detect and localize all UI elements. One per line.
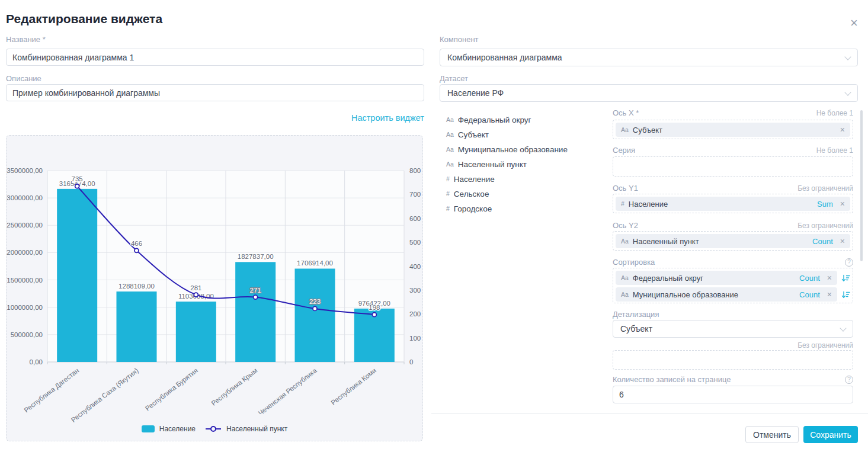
- field-item[interactable]: Aa Субъект: [446, 129, 489, 140]
- svg-text:Чеченская Республика: Чеченская Республика: [257, 367, 319, 417]
- svg-text:3500000,00: 3500000,00: [7, 167, 43, 174]
- component-select[interactable]: Комбинированная диаграмма: [440, 49, 858, 66]
- x-axis-limit: Не более 1: [816, 109, 853, 117]
- description-input[interactable]: [6, 84, 424, 101]
- component-label: Компонент: [440, 35, 479, 44]
- svg-text:3000000,00: 3000000,00: [7, 194, 43, 201]
- description-label: Описание: [6, 74, 41, 83]
- line-legend-symbol[interactable]: [205, 425, 222, 432]
- bar-legend-swatch[interactable]: [142, 425, 155, 432]
- sorting-chip[interactable]: Aa Федеральный округ Count ×: [616, 271, 837, 285]
- chip-label: Субъект: [633, 126, 662, 134]
- svg-text:281: 281: [190, 284, 201, 291]
- svg-text:2500000,00: 2500000,00: [7, 222, 43, 229]
- extra-limit: Без ограничений: [613, 341, 853, 350]
- series-dropzone[interactable]: [613, 156, 853, 177]
- field-type-icon: Aa: [446, 161, 454, 168]
- svg-text:271: 271: [250, 287, 261, 294]
- svg-text:Республика Дагестан: Республика Дагестан: [23, 367, 80, 413]
- svg-text:Республика Саха (Якутия): Республика Саха (Якутия): [70, 367, 140, 424]
- x-axis-chip[interactable]: Aa Субъект ×: [616, 123, 850, 137]
- detail-select[interactable]: Субъект: [613, 320, 853, 338]
- cancel-button[interactable]: Отменить: [745, 426, 799, 443]
- component-value: Комбинированная диаграмма: [447, 53, 562, 62]
- field-item[interactable]: # Городское: [446, 203, 492, 214]
- svg-text:1000000,00: 1000000,00: [7, 304, 43, 311]
- field-type-icon: Aa: [621, 274, 629, 281]
- save-button[interactable]: Сохранить: [803, 426, 858, 443]
- chevron-down-icon: [840, 325, 846, 331]
- line-legend-label[interactable]: Населенный пункт: [226, 425, 287, 433]
- svg-text:200: 200: [409, 310, 421, 318]
- remove-icon[interactable]: ×: [840, 237, 845, 245]
- field-item[interactable]: # Сельское: [446, 188, 489, 200]
- field-item[interactable]: Aa Федеральный округ: [446, 114, 531, 126]
- svg-text:600: 600: [409, 215, 421, 222]
- field-item[interactable]: # Население: [446, 173, 495, 185]
- x-axis-dropzone[interactable]: Aa Субъект ×: [613, 120, 853, 139]
- footer-divider: [431, 413, 868, 413]
- dataset-label: Датасет: [440, 74, 468, 83]
- extra-dropzone[interactable]: [613, 350, 853, 370]
- svg-text:1500000,00: 1500000,00: [7, 277, 43, 284]
- close-icon[interactable]: ×: [850, 17, 858, 30]
- field-type-icon: #: [621, 200, 624, 207]
- chevron-down-icon: [844, 53, 851, 60]
- y1-chip[interactable]: # Население Sum ×: [616, 197, 850, 211]
- remove-icon[interactable]: ×: [840, 200, 845, 208]
- sorting-chip[interactable]: Aa Муниципальное образование Count ×: [616, 287, 837, 302]
- field-label: Муниципальное образование: [458, 145, 568, 154]
- svg-text:400: 400: [409, 263, 421, 270]
- field-type-icon: Aa: [621, 126, 629, 133]
- page-size-label: Количество записей на странице: [613, 375, 731, 384]
- series-label: Серия: [613, 146, 635, 155]
- remove-icon[interactable]: ×: [840, 126, 845, 134]
- svg-text:223: 223: [309, 298, 321, 305]
- svg-text:2000000,00: 2000000,00: [7, 249, 43, 256]
- field-type-icon: Aa: [621, 238, 629, 245]
- page-size-input[interactable]: [613, 386, 853, 403]
- y1-axis-limit: Без ограничений: [797, 184, 853, 193]
- sorting-dropzone[interactable]: Aa Федеральный округ Count × Aa Муниципа…: [613, 268, 853, 303]
- chip-label: Федеральный округ: [633, 274, 703, 283]
- svg-text:735: 735: [72, 175, 83, 182]
- svg-text:500000,00: 500000,00: [11, 331, 43, 338]
- aggregation-selector[interactable]: Sum: [817, 200, 833, 209]
- aggregation-selector[interactable]: Count: [799, 274, 820, 283]
- y2-dropzone[interactable]: Aa Населенный пункт Count ×: [613, 231, 853, 251]
- chip-label: Населенный пункт: [633, 237, 699, 246]
- sort-direction-icon[interactable]: [841, 274, 850, 283]
- svg-text:1706914,00: 1706914,00: [297, 259, 333, 267]
- dataset-select[interactable]: Население РФ: [440, 84, 858, 102]
- chart-legend: Население Населенный пункт: [7, 425, 422, 433]
- field-item[interactable]: Aa Населенный пункт: [446, 158, 527, 170]
- sort-direction-icon[interactable]: [841, 290, 850, 299]
- help-icon[interactable]: ?: [845, 258, 853, 267]
- configure-widget-link[interactable]: Настроить виджет: [351, 113, 424, 123]
- y1-dropzone[interactable]: # Население Sum ×: [613, 194, 853, 213]
- bar-legend-label[interactable]: Население: [159, 425, 196, 433]
- sorting-label: Сортировка: [613, 258, 655, 267]
- chart-preview-panel: 0,00500000,001000000,001500000,002000000…: [6, 135, 423, 441]
- svg-text:466: 466: [131, 240, 142, 247]
- svg-text:800: 800: [409, 167, 421, 174]
- field-label: Населенный пункт: [458, 160, 527, 169]
- remove-icon[interactable]: ×: [827, 290, 832, 299]
- aggregation-selector[interactable]: Count: [812, 237, 833, 246]
- name-input[interactable]: [6, 49, 424, 66]
- scrollbar[interactable]: [860, 110, 863, 261]
- field-type-icon: Aa: [446, 116, 454, 123]
- field-item[interactable]: Aa Муниципальное образование: [446, 143, 568, 155]
- aggregation-selector[interactable]: Count: [799, 290, 820, 299]
- chip-label: Муниципальное образование: [633, 290, 738, 299]
- detail-value: Субъект: [620, 324, 652, 334]
- chip-label: Население: [629, 200, 668, 209]
- svg-text:1288109,00: 1288109,00: [118, 283, 155, 290]
- field-type-icon: Aa: [621, 291, 629, 298]
- help-icon[interactable]: ?: [845, 376, 853, 384]
- y2-chip[interactable]: Aa Населенный пункт Count ×: [616, 234, 850, 248]
- series-limit: Не более 1: [816, 146, 853, 155]
- field-label: Население: [454, 175, 495, 184]
- field-label: Городское: [454, 204, 492, 213]
- remove-icon[interactable]: ×: [827, 274, 832, 282]
